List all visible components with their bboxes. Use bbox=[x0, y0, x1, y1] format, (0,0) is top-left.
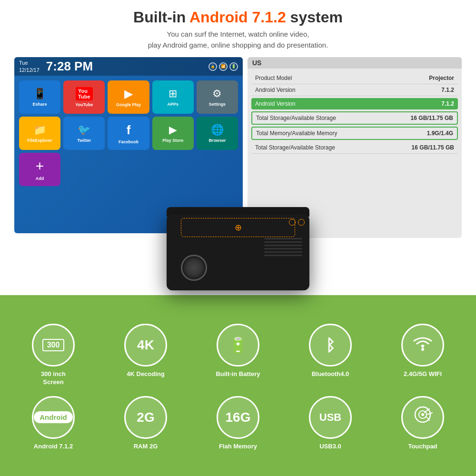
google-play-icon: ▶ bbox=[124, 87, 133, 100]
feature-touchpad: Touchpad bbox=[379, 396, 466, 451]
touchpad-label: Touchpad bbox=[408, 443, 437, 451]
usb-circle: USB bbox=[309, 396, 352, 439]
icon-wifi: 📶 bbox=[219, 62, 228, 71]
projector-top-icon: ⊕ bbox=[235, 222, 242, 233]
system-table: Product Model Projector Android Version … bbox=[248, 69, 462, 158]
wifi-label: 2.4G/5G WIFI bbox=[404, 370, 442, 378]
top-section: Built-in Android 7.1.2 system You can su… bbox=[0, 0, 476, 295]
projector-container: ⊕ bbox=[157, 214, 319, 309]
4k-circle: 4K bbox=[124, 324, 167, 367]
app-twitter[interactable]: 🐦 Twitter bbox=[63, 117, 105, 150]
app-settings[interactable]: ⚙ Settings bbox=[197, 80, 238, 114]
app-youtube[interactable]: YouTube YouTube bbox=[63, 80, 105, 114]
battery-label: Built-in Battery bbox=[216, 370, 260, 378]
app-google-play[interactable]: ▶ Google Play bbox=[108, 80, 149, 114]
youtube-icon: YouTube bbox=[76, 87, 92, 100]
system-row-storage: Total Storage/Available Storage 16 GB/11… bbox=[251, 111, 458, 125]
usb-icon: USB bbox=[319, 412, 341, 423]
features-row-1: 300 300 inchScreen 4K 4K Decoding 🔋 Buil… bbox=[10, 324, 466, 387]
projector-lens bbox=[181, 255, 207, 281]
flash-circle: 16G bbox=[217, 396, 259, 439]
title-prefix: Built-in bbox=[133, 9, 189, 26]
bottom-section: 300 300 inchScreen 4K 4K Decoding 🔋 Buil… bbox=[0, 295, 476, 476]
4k-icon: 4K bbox=[137, 338, 154, 352]
fileexplorer-icon: 📁 bbox=[33, 124, 46, 136]
wifi-circle bbox=[401, 324, 444, 367]
statusbar: Tue12/12/17 7:28 PM 🔒 📶 🔋 bbox=[14, 57, 243, 76]
app-eshare[interactable]: 📱 Eshare bbox=[19, 80, 60, 114]
screen-time: 7:28 PM bbox=[46, 59, 93, 74]
app-add[interactable]: + Add bbox=[19, 153, 60, 186]
android-label: Android 7.1.2 bbox=[34, 443, 73, 451]
app-fileexplorer[interactable]: 📁 FileExplorer bbox=[19, 117, 60, 150]
projector-body: ⊕ bbox=[167, 214, 309, 290]
screen-300-label: 300 inchScreen bbox=[41, 370, 66, 387]
screen-status-icons: 🔒 📶 🔋 bbox=[208, 62, 238, 71]
system-panel-header: US bbox=[248, 57, 462, 69]
feature-battery: 🔋 Built-in Battery bbox=[194, 324, 282, 387]
screen-300-icon: 300 bbox=[42, 339, 65, 351]
ram-circle: 2G bbox=[124, 396, 167, 439]
system-row-model: Product Model Projector bbox=[251, 72, 458, 84]
ctrl-dot-1 bbox=[289, 219, 296, 226]
app-grid: 📱 Eshare YouTube YouTube ▶ Google Play ⊞… bbox=[14, 76, 243, 191]
twitter-icon: 🐦 bbox=[78, 124, 90, 136]
app-apps[interactable]: ⊞ APPs bbox=[152, 80, 194, 114]
app-facebook[interactable]: f Facebook bbox=[108, 117, 149, 150]
feature-android: Android Android 7.1.2 bbox=[10, 396, 97, 451]
projector-top-panel: ⊕ bbox=[181, 218, 295, 237]
apps-icon: ⊞ bbox=[169, 88, 177, 100]
eshare-icon: 📱 bbox=[33, 88, 46, 100]
app-browser[interactable]: 🌐 Browser bbox=[197, 117, 238, 150]
title-highlight: Android 7.1.2 bbox=[189, 9, 286, 26]
screen-date: Tue12/12/17 bbox=[19, 60, 40, 73]
svg-point-3 bbox=[421, 413, 424, 416]
feature-flash: 16G Flah Memory bbox=[194, 396, 282, 451]
bluetooth-icon: ᛒ bbox=[326, 337, 335, 353]
ram-label: RAM 2G bbox=[134, 443, 158, 451]
system-row-android-ver: Android Version 7.1.2 bbox=[251, 84, 458, 96]
feature-wifi: 2.4G/5G WIFI bbox=[379, 324, 466, 387]
ram-icon: 2G bbox=[137, 411, 154, 424]
ctrl-dot-2 bbox=[298, 219, 305, 226]
settings-icon: ⚙ bbox=[212, 88, 222, 100]
svg-point-0 bbox=[421, 348, 424, 351]
feature-ram: 2G RAM 2G bbox=[102, 396, 189, 451]
touchpad-icon bbox=[412, 405, 433, 429]
android-icon: Android bbox=[34, 411, 73, 423]
subtitle: You can surf the Internet, watch online … bbox=[14, 29, 462, 50]
vent-1 bbox=[264, 238, 302, 239]
system-row-memory: Total Memory/Available Memory 1.9G/1.4G bbox=[251, 127, 458, 140]
4k-label: 4K Decoding bbox=[127, 370, 164, 378]
bluetooth-label: Bluetooth4.0 bbox=[312, 370, 349, 378]
features-row-2: Android Android 7.1.2 2G RAM 2G 16G Flah… bbox=[10, 396, 466, 451]
vent-4 bbox=[264, 248, 302, 249]
vent-3 bbox=[264, 245, 302, 246]
playstore-icon: ▶ bbox=[169, 124, 177, 136]
feature-screen-300: 300 300 inchScreen bbox=[10, 324, 97, 387]
screen-300-circle: 300 bbox=[32, 324, 75, 367]
icon-battery: 🔋 bbox=[229, 62, 238, 71]
facebook-icon: f bbox=[127, 123, 131, 138]
system-row-android-highlight: Android Version 7.1.2 bbox=[251, 98, 458, 109]
vent-2 bbox=[264, 241, 302, 243]
vent-6 bbox=[264, 255, 302, 256]
battery-icon: 🔋 bbox=[228, 336, 248, 354]
app-playstore[interactable]: ▶ Play Store bbox=[152, 117, 194, 150]
battery-circle: 🔋 bbox=[217, 324, 259, 367]
flash-icon: 16G bbox=[226, 411, 251, 424]
projector-controls bbox=[289, 219, 305, 226]
page-title: Built-in Android 7.1.2 system bbox=[14, 9, 462, 26]
flash-label: Flah Memory bbox=[219, 443, 257, 451]
system-row-storage2: Total Storage/Available Storage 16 GB/11… bbox=[251, 142, 458, 154]
android-circle: Android bbox=[32, 396, 75, 439]
bluetooth-circle: ᛒ bbox=[309, 324, 352, 367]
icon-lock: 🔒 bbox=[208, 62, 217, 71]
feature-usb: USB USB3.0 bbox=[287, 396, 374, 451]
browser-icon: 🌐 bbox=[211, 124, 224, 136]
wifi-icon bbox=[412, 335, 433, 356]
system-panel-title: US bbox=[252, 59, 261, 67]
feature-bluetooth: ᛒ Bluetooth4.0 bbox=[287, 324, 374, 387]
add-icon: + bbox=[36, 158, 44, 174]
usb-label: USB3.0 bbox=[319, 443, 341, 451]
